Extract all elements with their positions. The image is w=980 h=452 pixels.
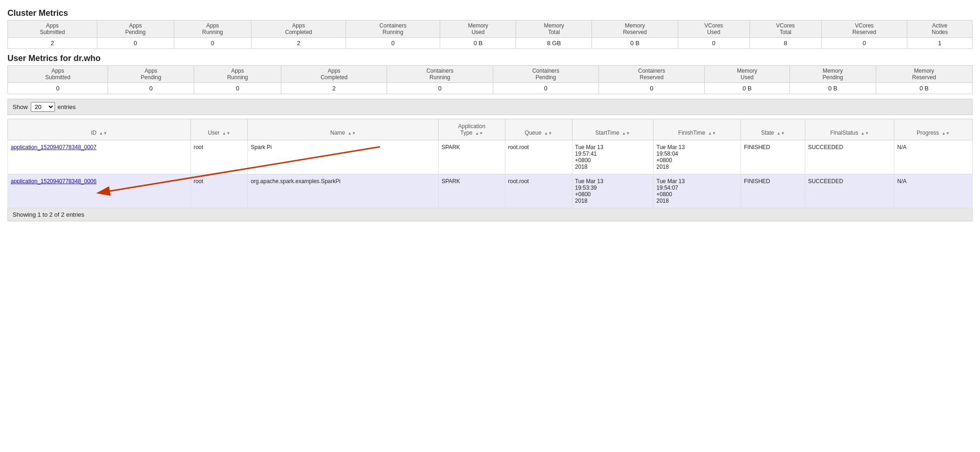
cluster-col-value-9: 8	[749, 38, 821, 49]
app-user-0: root	[191, 140, 247, 174]
user-col-header-7: MemoryUsed	[705, 66, 790, 83]
cluster-col-header-2: AppsRunning	[174, 21, 252, 38]
data-col-header-5[interactable]: StartTime ▲▼	[572, 119, 653, 140]
cluster-col-header-9: VCoresTotal	[749, 21, 821, 38]
data-col-header-3[interactable]: ApplicationType ▲▼	[438, 119, 505, 140]
cluster-col-value-8: 0	[678, 38, 749, 49]
cluster-col-header-8: VCoresUsed	[678, 21, 749, 38]
user-col-header-4: ContainersRunning	[387, 66, 493, 83]
app-finish-0: Tue Mar 13 19:58:04 +0800 2018	[653, 140, 741, 174]
show-label: Show	[13, 103, 28, 110]
cluster-col-value-4: 0	[346, 38, 440, 49]
user-col-value-0: 0	[8, 83, 108, 94]
cluster-metrics-table: AppsSubmittedAppsPendingAppsRunningAppsC…	[7, 20, 973, 49]
app-state-0: FINISHED	[741, 140, 805, 174]
cluster-col-value-2: 0	[174, 38, 252, 49]
sort-icon-3: ▲▼	[475, 131, 483, 136]
user-col-value-1: 0	[108, 83, 194, 94]
cluster-col-header-3: AppsCompleted	[252, 21, 346, 38]
cluster-col-value-11: 1	[907, 38, 973, 49]
cluster-col-value-6: 8 GB	[516, 38, 592, 49]
user-col-header-0: AppsSubmitted	[8, 66, 108, 83]
user-col-value-8: 0 B	[789, 83, 876, 94]
sort-icon-6: ▲▼	[708, 131, 716, 136]
user-col-header-6: ContainersReserved	[599, 66, 704, 83]
show-entries-bar: Show 102050100 entries	[7, 99, 973, 115]
entries-select[interactable]: 102050100	[31, 102, 55, 112]
cluster-col-value-7: 0 B	[592, 38, 678, 49]
user-col-header-9: MemoryReserved	[876, 66, 972, 83]
user-col-value-4: 0	[387, 83, 493, 94]
user-metrics-table: AppsSubmittedAppsPendingAppsRunningAppsC…	[7, 65, 973, 94]
user-col-value-5: 0	[493, 83, 599, 94]
cluster-col-header-1: AppsPending	[97, 21, 174, 38]
data-col-header-7[interactable]: State ▲▼	[741, 119, 805, 140]
cluster-col-value-10: 0	[821, 38, 907, 49]
cluster-metrics-title: Cluster Metrics	[7, 8, 973, 18]
app-finish-1: Tue Mar 13 19:54:07 +0800 2018	[653, 174, 741, 208]
footer-text: Showing 1 to 2 of 2 entries	[13, 211, 84, 218]
sort-icon-4: ▲▼	[544, 131, 552, 136]
data-col-header-8[interactable]: FinalStatus ▲▼	[805, 119, 894, 140]
cluster-col-value-5: 0 B	[440, 38, 516, 49]
user-col-header-2: AppsRunning	[194, 66, 281, 83]
cluster-col-value-1: 0	[97, 38, 174, 49]
cluster-col-value-0: 2	[8, 38, 97, 49]
app-start-0: Tue Mar 13 19:57:41 +0800 2018	[572, 140, 653, 174]
cluster-col-header-10: VCoresReserved	[821, 21, 907, 38]
cluster-col-header-11: ActiveNodes	[907, 21, 973, 38]
app-type-0: SPARK	[438, 140, 505, 174]
table-row: application_1520940778348_0006rootorg.ap…	[8, 174, 973, 208]
data-col-header-4[interactable]: Queue ▲▼	[505, 119, 572, 140]
user-col-value-7: 0 B	[705, 83, 790, 94]
sort-icon-9: ▲▼	[941, 131, 950, 136]
app-type-1: SPARK	[438, 174, 505, 208]
data-table-wrapper: ID ▲▼User ▲▼Name ▲▼ApplicationType ▲▼Que…	[7, 119, 973, 208]
user-col-value-2: 0	[194, 83, 281, 94]
table-row: application_1520940778348_0007rootSpark …	[8, 140, 973, 174]
app-id-cell-1: application_1520940778348_0006	[8, 174, 191, 208]
app-state-1: FINISHED	[741, 174, 805, 208]
app-queue-0: root.root	[505, 140, 572, 174]
app-name-1: org.apache.spark.examples.SparkPi	[248, 174, 439, 208]
data-col-header-1[interactable]: User ▲▼	[191, 119, 247, 140]
app-id-link-1[interactable]: application_1520940778348_0006	[11, 178, 96, 185]
sort-icon-1: ▲▼	[222, 131, 231, 136]
user-col-value-3: 2	[281, 83, 387, 94]
app-id-cell-0: application_1520940778348_0007	[8, 140, 191, 174]
entries-label: entries	[58, 103, 76, 110]
data-col-header-9[interactable]: Progress ▲▼	[894, 119, 973, 140]
user-col-value-9: 0 B	[876, 83, 972, 94]
sort-icon-7: ▲▼	[776, 131, 785, 136]
user-col-header-3: AppsCompleted	[281, 66, 387, 83]
cluster-col-value-3: 2	[252, 38, 346, 49]
data-col-header-0[interactable]: ID ▲▼	[8, 119, 191, 140]
user-col-value-6: 0	[599, 83, 704, 94]
user-metrics-title: User Metrics for dr.who	[7, 54, 973, 63]
app-start-1: Tue Mar 13 19:53:39 +0800 2018	[572, 174, 653, 208]
cluster-col-header-4: ContainersRunning	[346, 21, 440, 38]
app-final-status-1: SUCCEEDED	[805, 174, 894, 208]
cluster-col-header-6: MemoryTotal	[516, 21, 592, 38]
cluster-col-header-7: MemoryReserved	[592, 21, 678, 38]
app-user-1: root	[191, 174, 247, 208]
applications-table: ID ▲▼User ▲▼Name ▲▼ApplicationType ▲▼Que…	[7, 119, 973, 208]
sort-icon-0: ▲▼	[99, 131, 108, 136]
data-col-header-6[interactable]: FinishTime ▲▼	[653, 119, 741, 140]
user-col-header-8: MemoryPending	[789, 66, 876, 83]
app-name-0: Spark Pi	[248, 140, 439, 174]
app-final-status-0: SUCCEEDED	[805, 140, 894, 174]
sort-icon-2: ▲▼	[347, 131, 356, 136]
app-progress-1: N/A	[894, 174, 973, 208]
app-id-link-0[interactable]: application_1520940778348_0007	[11, 144, 96, 151]
user-col-header-5: ContainersPending	[493, 66, 599, 83]
cluster-col-header-0: AppsSubmitted	[8, 21, 97, 38]
app-queue-1: root.root	[505, 174, 572, 208]
sort-icon-8: ▲▼	[861, 131, 869, 136]
app-progress-0: N/A	[894, 140, 973, 174]
user-col-header-1: AppsPending	[108, 66, 194, 83]
footer-info: Showing 1 to 2 of 2 entries	[7, 208, 973, 221]
sort-icon-5: ▲▼	[622, 131, 630, 136]
data-col-header-2[interactable]: Name ▲▼	[248, 119, 439, 140]
cluster-col-header-5: MemoryUsed	[440, 21, 516, 38]
